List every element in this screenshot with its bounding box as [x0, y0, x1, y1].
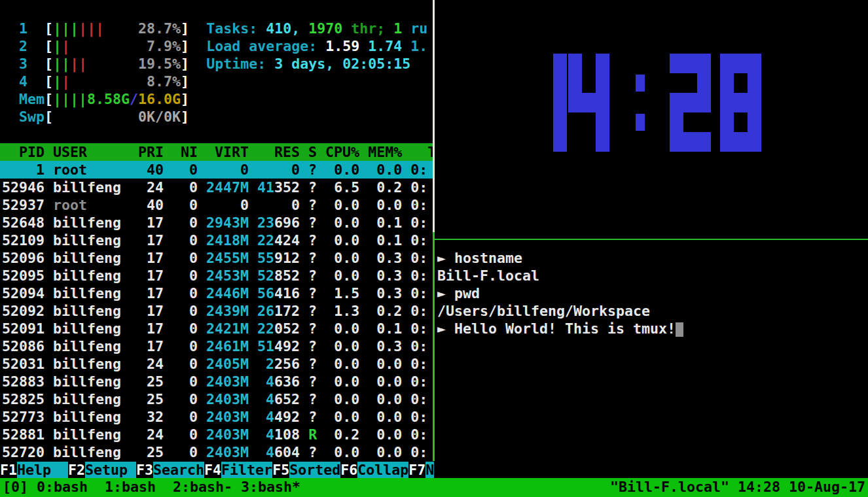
shell-command-line: ► Hello World! This is tmux!	[437, 320, 683, 337]
clock-digit-segment	[720, 54, 734, 73]
process-row[interactable]: 52720 billfeng 25 0 2403M 4604 ? 0.0 0.0…	[0, 443, 433, 461]
process-row[interactable]: 52086 billfeng 17 0 2461M 51492 ? 0.0 0.…	[0, 337, 433, 355]
text-cursor	[676, 322, 683, 337]
clock-digit-segment	[734, 93, 748, 112]
process-row[interactable]: 52091 billfeng 17 0 2421M 22052 ? 0.0 0.…	[0, 320, 433, 337]
process-row[interactable]: 52094 billfeng 17 0 2446M 56416 ? 1.5 0.…	[0, 284, 433, 302]
fkey-f4[interactable]: F4	[204, 462, 221, 478]
process-row[interactable]: 52095 billfeng 17 0 2453M 52852 ? 0.0 0.…	[0, 267, 433, 284]
clock-digit-segment	[670, 112, 683, 132]
process-row[interactable]: 52881 billfeng 24 0 2403M 4108 R 0.2 0.0…	[0, 426, 433, 443]
fkey-label-f6[interactable]: Collap	[357, 462, 408, 478]
swap-meter: Swp[ 0K/0K]	[0, 108, 433, 126]
fkey-label-f7[interactable]: N	[425, 462, 434, 478]
clock-digit-segment	[734, 54, 748, 73]
shell-command-line: ► hostname	[437, 249, 522, 267]
fkey-f1[interactable]: F1	[0, 462, 17, 478]
clock-digit-segment	[748, 112, 761, 132]
clock-digit-segment	[568, 54, 582, 73]
fkey-label-f1[interactable]: Help	[17, 462, 68, 478]
process-row[interactable]: 52883 billfeng 25 0 2403M 4636 ? 0.0 0.0…	[0, 373, 433, 390]
clock-digit-segment	[596, 132, 609, 152]
clock-digit-segment	[748, 54, 761, 73]
clock-digit-segment	[553, 73, 567, 93]
clock-digit-segment	[596, 112, 609, 132]
clock-digit-segment	[683, 93, 697, 112]
fkey-f5[interactable]: F5	[272, 462, 289, 478]
clock-digit-segment	[697, 73, 711, 93]
clock-digit-segment	[553, 112, 567, 132]
clock-digit-segment	[568, 73, 582, 93]
cpu-meter-4: 4 [|| 8.7%]	[0, 73, 433, 90]
fkey-f6[interactable]: F6	[340, 462, 357, 478]
clock-digit-segment	[697, 93, 711, 112]
clock-digit-segment	[683, 132, 697, 152]
clock-colon	[636, 75, 645, 92]
process-table-header[interactable]: PID USER PRI NI VIRT RES S CPU% MEM% T	[0, 143, 433, 161]
clock-digit-segment	[596, 54, 609, 73]
clock-colon	[636, 114, 645, 131]
clock-digit-segment	[683, 54, 697, 73]
clock-digit-segment	[748, 73, 761, 93]
process-row[interactable]: 52092 billfeng 17 0 2439M 26172 ? 1.3 0.…	[0, 302, 433, 320]
clock-digit-segment	[553, 132, 567, 152]
clock-digit-segment	[748, 93, 761, 112]
clock-digit-segment	[553, 54, 567, 73]
fkey-f3[interactable]: F3	[136, 462, 153, 478]
process-row[interactable]: 52773 billfeng 32 0 2403M 4492 ? 0.0 0.0…	[0, 408, 433, 426]
tmux-status-right: "Bill-F.local" 14:28 10-Aug-17	[610, 478, 865, 497]
fkey-label-f5[interactable]: Sorted	[289, 462, 340, 478]
clock-digit-segment	[697, 54, 711, 73]
clock-digit-segment	[553, 93, 567, 112]
memory-meter: Mem[||||8.58G/16.0G]	[0, 90, 433, 108]
shell-output-line: Bill-F.local	[437, 267, 539, 284]
tmux-status-bar: [0] 0:bash 1:bash 2:bash- 3:bash* "Bill-…	[0, 478, 868, 497]
clock-digit-segment	[596, 73, 609, 93]
terminal-window: 1 [|||||| 28.7%] Tasks: 410, 1970 thr; 1…	[0, 0, 868, 497]
shell-output-line: /Users/billfeng/Workspace	[437, 302, 650, 320]
clock-digit-segment	[720, 112, 734, 132]
process-row[interactable]: 52109 billfeng 17 0 2418M 22424 ? 0.0 0.…	[0, 231, 433, 249]
process-row[interactable]: 52937 root 40 0 0 0 ? 0.0 0.0 0:	[0, 196, 433, 214]
clock-digit-segment	[568, 93, 582, 112]
clock-digit-segment	[670, 93, 683, 112]
fkey-label-f2[interactable]: Setup	[85, 462, 136, 478]
process-row[interactable]: 52031 billfeng 24 0 2405M 2256 ? 0.0 0.0…	[0, 355, 433, 373]
clock-digit-segment	[748, 132, 761, 152]
pane-divider-horizontal[interactable]	[433, 239, 868, 240]
tmux-window-list[interactable]: [0] 0:bash 1:bash 2:bash- 3:bash*	[3, 478, 300, 497]
clock-digit-segment	[720, 132, 734, 152]
clock-digit-segment	[670, 54, 683, 73]
clock-digit-segment	[720, 93, 734, 112]
cpu-meter-3: 3 [|||| 19.5%] Uptime: 3 days, 02:05:15	[0, 55, 433, 73]
process-row[interactable]: 52825 billfeng 25 0 2403M 4652 ? 0.0 0.0…	[0, 390, 433, 408]
cpu-meter-2: 2 [|| 7.9%] Load average: 1.59 1.74 1.	[0, 37, 433, 55]
fkey-label-f3[interactable]: Search	[153, 462, 204, 478]
shell-command-line: ► pwd	[437, 284, 480, 302]
clock-digit-segment	[670, 132, 683, 152]
pane-divider-vertical[interactable]	[433, 0, 435, 232]
cpu-meter-1: 1 [|||||| 28.7%] Tasks: 410, 1970 thr; 1…	[0, 20, 433, 37]
fkey-f7[interactable]: F7	[408, 462, 425, 478]
process-row[interactable]: 1 root 40 0 0 0 ? 0.0 0.0 0:	[0, 161, 433, 179]
clock-digit-segment	[734, 132, 748, 152]
process-row[interactable]: 52096 billfeng 17 0 2455M 55912 ? 0.0 0.…	[0, 249, 433, 267]
process-row[interactable]: 52648 billfeng 17 0 2943M 23696 ? 0.0 0.…	[0, 214, 433, 231]
clock-digit-segment	[596, 93, 609, 112]
clock-digit-segment	[720, 73, 734, 93]
fkey-f2[interactable]: F2	[68, 462, 85, 478]
clock-digit-segment	[697, 132, 711, 152]
fkey-label-f4[interactable]: Filter	[221, 462, 272, 478]
process-row[interactable]: 52946 billfeng 24 0 2447M 41352 ? 6.5 0.…	[0, 179, 433, 196]
pane-divider-vertical-active[interactable]	[433, 232, 435, 461]
clock-digit-segment	[582, 93, 596, 112]
fkey-bar: F1Help F2Setup F3SearchF4FilterF5SortedF…	[0, 461, 433, 479]
